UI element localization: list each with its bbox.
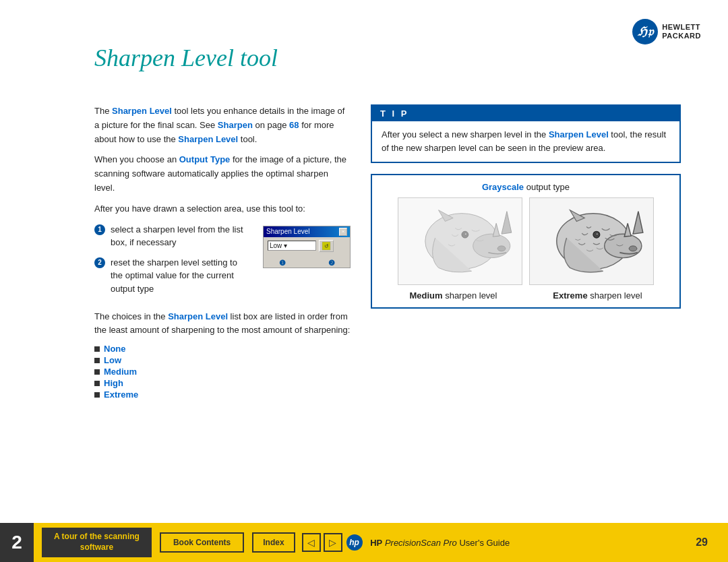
index-button[interactable]: Index	[252, 532, 295, 553]
list-item: Low	[94, 355, 351, 365]
footer: 2 A tour of the scanning software Book C…	[0, 523, 728, 562]
tip-header: T I P	[372, 106, 679, 121]
rhino-images	[379, 197, 673, 285]
list-item: Medium	[94, 367, 351, 377]
dialog-close-button[interactable]: ×	[339, 228, 347, 236]
caption-medium: Medium sharpen level	[409, 290, 497, 301]
step-number-2: 2	[94, 257, 105, 268]
caption-extreme: Extreme sharpen level	[553, 290, 642, 301]
svg-point-13	[605, 234, 642, 257]
footer-hp-logo: hp	[346, 534, 363, 551]
footer-hp-circle: hp	[346, 534, 363, 551]
step-2: 2 reset the sharpen level setting to the…	[94, 256, 249, 296]
content-right: T I P After you select a new sharpen lev…	[371, 104, 681, 309]
choice-medium[interactable]: Medium	[104, 367, 137, 377]
list-item: None	[94, 344, 351, 354]
step-text-1: select a sharpen level from the list box…	[111, 223, 249, 249]
dialog-body: Low ▾ ↺	[264, 237, 350, 257]
svg-point-19	[629, 246, 637, 251]
sharpen-level-link-tip[interactable]: Sharpen Level	[549, 129, 609, 139]
dialog-title: Sharpen Level	[266, 228, 310, 235]
output-type-link[interactable]: Output Type	[179, 154, 231, 164]
grayscale-box: Grayscale output type	[371, 174, 681, 309]
choice-none[interactable]: None	[104, 344, 126, 354]
grayscale-label: Grayscale	[482, 182, 524, 192]
steps-section: 1 select a sharpen level from the list b…	[94, 223, 351, 303]
choices-paragraph: The choices in the Sharpen Level list bo…	[94, 310, 351, 337]
paragraph-3: After you have drawn a selection area, u…	[94, 202, 351, 216]
sharpen-level-link-3[interactable]: Sharpen Level	[168, 311, 228, 321]
paragraph-1: The Sharpen Level tool lets you enhance …	[94, 104, 351, 146]
chapter-number: 2	[0, 523, 34, 562]
grayscale-title: Grayscale output type	[379, 182, 673, 192]
rhino-medium	[398, 197, 522, 285]
sharpen-select[interactable]: Low ▾	[268, 241, 316, 251]
dialog-titlebar: Sharpen Level ×	[264, 226, 350, 237]
list-item: Extreme	[94, 389, 351, 400]
book-contents-button[interactable]: Book Contents	[160, 532, 244, 553]
choice-extreme[interactable]: Extreme	[104, 389, 138, 400]
tip-content: After you select a new sharpen level in …	[372, 121, 679, 162]
svg-point-4	[473, 234, 510, 257]
footer-product-text: HP PrecisionScan Pro User's Guide	[368, 538, 510, 548]
step-1: 1 select a sharpen level from the list b…	[94, 223, 249, 249]
content-left: The Sharpen Level tool lets you enhance …	[94, 104, 351, 401]
step-number-1: 1	[94, 224, 105, 235]
steps-list: 1 select a sharpen level from the list b…	[94, 223, 249, 303]
dialog-step-numbers: ❶ ❷	[264, 257, 350, 268]
choices-list: None Low Medium High Extreme	[94, 344, 351, 400]
sharpen-level-link-2[interactable]: Sharpen Level	[178, 134, 238, 144]
page-number: 29	[696, 536, 708, 549]
rhino-extreme	[529, 197, 654, 285]
page-title: Sharpen Level tool	[94, 44, 278, 72]
svg-point-17	[596, 233, 598, 235]
back-arrow-icon[interactable]: ◁	[302, 533, 321, 552]
choice-high[interactable]: High	[104, 378, 123, 388]
bullet-icon	[94, 369, 100, 375]
svg-point-10	[497, 246, 506, 251]
list-item: High	[94, 378, 351, 388]
choice-low[interactable]: Low	[104, 355, 121, 365]
bullet-icon	[94, 392, 100, 398]
tip-box: T I P After you select a new sharpen lev…	[371, 104, 681, 163]
sharpen-dialog: Sharpen Level × Low ▾ ↺	[263, 226, 351, 268]
dialog-reset-button[interactable]: ↺	[319, 240, 334, 252]
paragraph-2: When you choose an Output Type for the i…	[94, 153, 351, 195]
tour-button[interactable]: A tour of the scanning software	[42, 528, 152, 557]
hp-logo: ℌ𝔭 HEWLETT PACKARD	[632, 19, 701, 44]
bullet-icon	[94, 346, 100, 352]
rhino-caption: Medium sharpen level Extreme sharpen lev…	[379, 290, 673, 301]
dialog-select-row: Low ▾ ↺	[268, 240, 346, 252]
hp-logo-circle: ℌ𝔭	[632, 19, 658, 44]
svg-point-8	[464, 233, 466, 235]
forward-arrow-icon[interactable]: ▷	[324, 533, 342, 552]
bullet-icon	[94, 381, 100, 386]
nav-arrows: ◁ ▷	[302, 533, 342, 552]
sharpen-link[interactable]: Sharpen	[218, 120, 253, 130]
sharpen-level-link-1[interactable]: Sharpen Level	[112, 106, 172, 116]
page-68-link[interactable]: 68	[289, 120, 299, 130]
bullet-icon	[94, 358, 100, 363]
step-text-2: reset the sharpen level setting to the o…	[111, 256, 249, 296]
hp-logo-text: HEWLETT PACKARD	[662, 23, 701, 40]
page-container: ℌ𝔭 HEWLETT PACKARD Sharpen Level tool Th…	[0, 0, 728, 562]
svg-text:↺: ↺	[324, 243, 329, 249]
